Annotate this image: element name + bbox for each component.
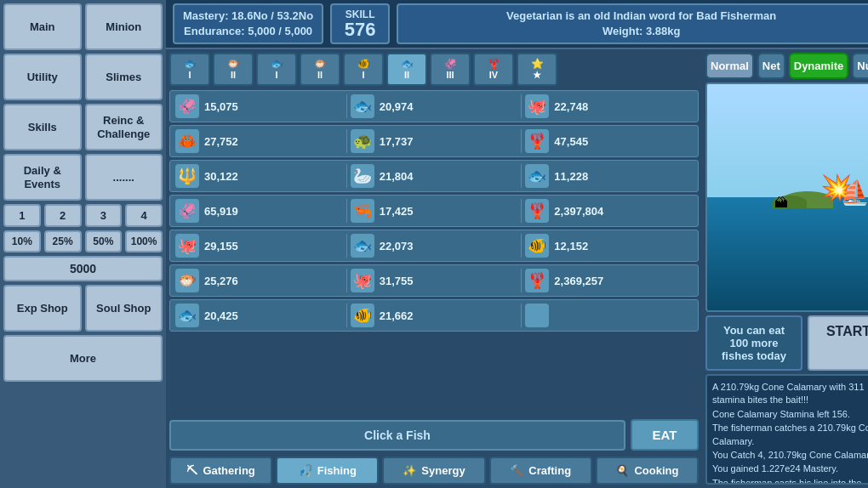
sidebar-row-skills-reinc: Skills Reinc & Challenge — [3, 104, 163, 150]
fish-icon: 🔱 — [175, 164, 199, 188]
fish-cell: 🐙 29,155 — [175, 234, 343, 258]
log-line: The fisherman catches a 210.79kg Cone Ca… — [712, 422, 868, 448]
sidebar-row-nums: 1 2 3 4 — [3, 204, 163, 227]
fish-tab-0[interactable]: 🐟I — [169, 53, 210, 86]
tab-crafting[interactable]: 🔨 Crafting — [489, 457, 592, 485]
sidebar-item-skills[interactable]: Skills — [3, 104, 82, 150]
tab-cooking[interactable]: 🍳 Cooking — [596, 457, 699, 485]
skill-value: 576 — [344, 20, 376, 39]
fish-icon: 🦑 — [175, 94, 199, 118]
table-row[interactable]: 🦀 27,752 🐢 17,737 🦞 47,545 — [169, 125, 699, 157]
fish-icon: 🐟 — [351, 234, 374, 258]
fish-cell: 🦑 15,075 — [175, 94, 343, 118]
mastery-text: Mastery: 18.6No / 53.2No — [183, 9, 313, 24]
fish-icon: 🐙 — [351, 269, 374, 292]
eat-button[interactable]: EAT — [631, 419, 699, 451]
divider — [521, 129, 522, 153]
fishing-icon: 🎣 — [299, 464, 312, 477]
ship-icon: ⛵ — [840, 179, 868, 207]
fish-count: 30,122 — [204, 170, 255, 183]
sidebar-pct-25[interactable]: 25% — [44, 230, 82, 253]
divider — [521, 199, 522, 223]
fish-tab-6[interactable]: 🦑III — [430, 53, 471, 86]
fish-tab-3[interactable]: 🐡II — [300, 53, 340, 86]
log-line: The fisherman casts his line into the la… — [712, 477, 868, 485]
click-fish-label: Click a Fish — [169, 420, 625, 451]
sidebar-item-exp-shop[interactable]: Exp Shop — [3, 285, 82, 332]
sidebar-item-dots[interactable]: ....... — [85, 154, 163, 201]
sidebar-row-utility-slimes: Utility Slimes — [3, 54, 163, 100]
crafting-label: Crafting — [528, 464, 571, 477]
divider — [521, 94, 522, 118]
tab-gathering[interactable]: ⛏ Gathering — [169, 457, 272, 485]
gathering-icon: ⛏ — [186, 464, 197, 477]
fish-cell: 🐡 25,276 — [175, 269, 343, 292]
mode-nuke[interactable]: Nuke — [852, 53, 868, 79]
sidebar-num-1[interactable]: 1 — [3, 204, 41, 227]
sidebar-value-5000[interactable]: 5000 — [3, 256, 163, 281]
sidebar-item-main[interactable]: Main — [3, 3, 82, 50]
sidebar-item-reinc[interactable]: Reinc & Challenge — [85, 104, 163, 150]
sidebar-item-soul-shop[interactable]: Soul Shop — [85, 285, 163, 332]
sidebar-row-daily: Daily & Events ....... — [3, 154, 163, 201]
desc-line1: Vegetarian is an old Indian word for Bad… — [407, 9, 868, 24]
table-row[interactable]: 🦑 15,075 🐟 20,974 🐙 22,748 — [169, 90, 699, 122]
sidebar-num-4[interactable]: 4 — [125, 204, 163, 227]
divider — [346, 129, 347, 153]
fish-count: 22,073 — [380, 240, 431, 253]
fish-tab-2[interactable]: 🐟I — [256, 53, 297, 86]
fish-tab-star[interactable]: ⭐★ — [517, 53, 557, 86]
mode-dynamite[interactable]: Dynamite — [789, 53, 849, 79]
fish-tab-5[interactable]: 🐟II — [386, 53, 427, 86]
sidebar-item-slimes[interactable]: Slimes — [85, 54, 163, 100]
fish-count: 15,075 — [204, 100, 255, 113]
fish-tab-row: 🐟I 🐡II 🐟I 🐡II 🐠I 🐟II 🦑III 🦞IV ⭐★ — [169, 53, 699, 86]
fish-icon: 🐠 — [351, 304, 374, 327]
tab-synergy[interactable]: ✨ Synergy — [382, 457, 485, 485]
fish-cell: 🐙 22,748 — [525, 94, 693, 118]
fish-icon: 🐟 — [175, 304, 199, 327]
start-button[interactable]: START — [808, 315, 868, 371]
tab-fishing[interactable]: 🎣 Fishing — [276, 457, 379, 485]
fish-cell: 🦞 2,369,257 — [525, 269, 693, 292]
table-row[interactable]: 🐡 25,276 🐙 31,755 🦞 2,369,257 — [169, 264, 699, 297]
cooking-icon: 🍳 — [615, 464, 629, 477]
divider — [346, 164, 347, 188]
sidebar-item-more[interactable]: More — [3, 335, 163, 382]
activity-log: A 210.79kg Cone Calamary with 311 stamin… — [705, 374, 868, 485]
fish-icon: 🦞 — [525, 269, 549, 292]
sidebar-pct-50[interactable]: 50% — [85, 230, 123, 253]
table-row[interactable]: 🦑 65,919 🦐 17,425 🦞 2,397,804 — [169, 195, 699, 227]
table-row[interactable]: 🐟 20,425 🐠 21,662 — [169, 299, 699, 332]
fish-icon: 🐙 — [175, 234, 199, 258]
table-row[interactable]: 🐙 29,155 🐟 22,073 🐠 12,152 — [169, 230, 699, 262]
fish-count: 12,152 — [554, 240, 605, 253]
fish-cell: 🦐 17,425 — [351, 199, 518, 223]
fish-icon: 🦞 — [525, 129, 549, 153]
fish-tab-4[interactable]: 🐠I — [343, 53, 384, 86]
fish-cell: 🐠 21,662 — [351, 304, 518, 327]
mode-net[interactable]: Net — [757, 53, 785, 79]
divider — [346, 269, 347, 292]
sidebar-item-daily[interactable]: Daily & Events — [3, 154, 82, 201]
fish-cell: 🐢 17,737 — [351, 129, 518, 153]
sidebar-num-2[interactable]: 2 — [44, 204, 82, 227]
fish-icon: 🐙 — [525, 94, 549, 118]
mode-normal[interactable]: Normal — [705, 53, 754, 79]
sidebar-pct-100[interactable]: 100% — [125, 230, 163, 253]
sidebar-num-3[interactable]: 3 — [85, 204, 123, 227]
divider — [521, 234, 522, 258]
fish-tab-7[interactable]: 🦞IV — [473, 53, 514, 86]
fish-cell: 🐟 20,425 — [175, 304, 343, 327]
sidebar-pct-10[interactable]: 10% — [3, 230, 41, 253]
fish-cell: 🐙 31,755 — [351, 269, 518, 292]
sidebar-item-minion[interactable]: Minion — [85, 3, 163, 50]
endurance-text: Endurance: 5,000 / 5,000 — [183, 24, 313, 39]
fish-icon: 🦑 — [175, 199, 199, 223]
fish-cell: 🐟 22,073 — [351, 234, 518, 258]
sidebar-item-utility[interactable]: Utility — [3, 54, 82, 100]
fish-tab-1[interactable]: 🐡II — [213, 53, 254, 86]
table-row[interactable]: 🔱 30,122 🦢 21,804 🐟 11,228 — [169, 160, 699, 192]
skill-description: Vegetarian is an old Indian word for Bad… — [397, 3, 868, 44]
sidebar-row-main-minion: Main Minion — [3, 3, 163, 50]
